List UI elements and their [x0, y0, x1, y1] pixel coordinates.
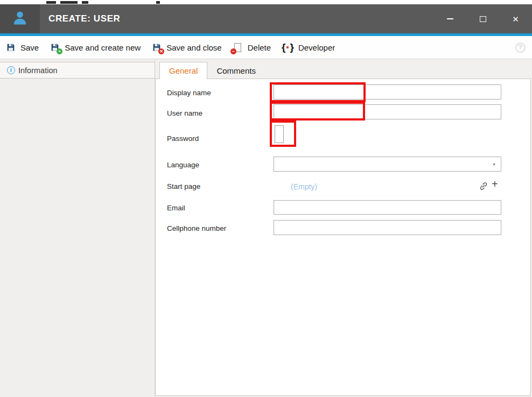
- close-icon: ✕: [512, 15, 519, 23]
- maximize-icon: [480, 16, 486, 22]
- maximize-button[interactable]: [466, 4, 499, 33]
- developer-icon: { }: [282, 41, 294, 53]
- password-label: Password: [167, 134, 199, 143]
- start-page-label: Start page: [167, 182, 200, 190]
- toolbar: Save + Save and create new: [0, 36, 532, 59]
- plus-badge-icon: +: [57, 48, 62, 54]
- display-name-input[interactable]: [274, 84, 501, 100]
- chevron-down-icon: ▼: [492, 162, 496, 166]
- window-body: i Information General Comments Display n…: [0, 59, 532, 397]
- email-input[interactable]: [274, 200, 501, 215]
- background-text-fragment: [46, 1, 56, 4]
- add-start-page-button[interactable]: +: [492, 179, 498, 189]
- window-title: CREATE: USER: [48, 4, 120, 33]
- user-name-input[interactable]: [274, 104, 501, 119]
- info-icon: i: [7, 66, 15, 74]
- close-button[interactable]: ✕: [499, 4, 532, 33]
- minus-badge-icon: –: [230, 48, 236, 54]
- save-button[interactable]: Save: [5, 42, 39, 53]
- create-user-window: CREATE: USER ✕ Save: [0, 0, 532, 397]
- sidebar-tab-information[interactable]: i Information: [0, 62, 155, 79]
- titlebar: CREATE: USER ✕: [0, 4, 532, 33]
- minimize-icon: [447, 18, 453, 19]
- sidebar: i Information: [0, 59, 155, 397]
- background-text-fragment: [60, 1, 78, 4]
- tab-general[interactable]: General: [159, 62, 207, 79]
- save-and-create-new-icon: +: [50, 42, 60, 53]
- save-and-close-button[interactable]: ✕ Save and close: [151, 42, 222, 53]
- save-and-close-label: Save and close: [166, 43, 222, 52]
- delete-label: Delete: [248, 43, 271, 52]
- help-button[interactable]: ?: [515, 42, 526, 53]
- save-and-close-icon: ✕: [151, 42, 162, 53]
- developer-label: Developer: [298, 43, 335, 52]
- display-name-label: Display name: [167, 89, 211, 97]
- brace-close: }: [290, 41, 293, 53]
- background-text-fragment: [156, 1, 160, 4]
- minimize-button[interactable]: [433, 4, 466, 33]
- general-tab-content: Display name User name Password Language…: [155, 79, 531, 396]
- delete-icon: –: [233, 42, 243, 53]
- close-badge-icon: ✕: [158, 48, 164, 54]
- user-name-label: User name: [167, 109, 202, 117]
- background-window-edge: [0, 0, 532, 4]
- main-panel: General Comments Display name User name …: [155, 59, 532, 397]
- tab-comments[interactable]: Comments: [207, 62, 265, 79]
- save-and-create-new-button[interactable]: + Save and create new: [50, 42, 141, 53]
- language-label: Language: [167, 161, 199, 169]
- start-page-value: (Empty): [291, 182, 317, 191]
- cellphone-input[interactable]: [274, 220, 501, 235]
- password-input[interactable]: [275, 125, 284, 143]
- background-text-fragment: [82, 1, 88, 4]
- delete-button[interactable]: – Delete: [233, 42, 271, 53]
- save-and-create-new-label: Save and create new: [65, 43, 141, 52]
- save-label: Save: [20, 43, 39, 52]
- tab-general-label: General: [169, 66, 198, 75]
- help-icon: ?: [519, 44, 522, 51]
- tab-strip: General Comments: [155, 59, 265, 79]
- link-icon[interactable]: [479, 181, 488, 191]
- window-controls: ✕: [433, 4, 532, 33]
- brace-open: {: [282, 41, 285, 53]
- tab-comments-label: Comments: [216, 66, 256, 75]
- email-label: Email: [167, 204, 185, 212]
- developer-button[interactable]: { } Developer: [282, 41, 335, 53]
- window-icon-area: [0, 4, 40, 33]
- save-icon: [5, 42, 16, 53]
- information-tab-label: Information: [18, 66, 58, 75]
- developer-dot: [286, 46, 289, 48]
- cellphone-label: Cellphone number: [167, 224, 226, 232]
- person-icon: [12, 10, 28, 28]
- language-dropdown[interactable]: ▼: [274, 157, 501, 172]
